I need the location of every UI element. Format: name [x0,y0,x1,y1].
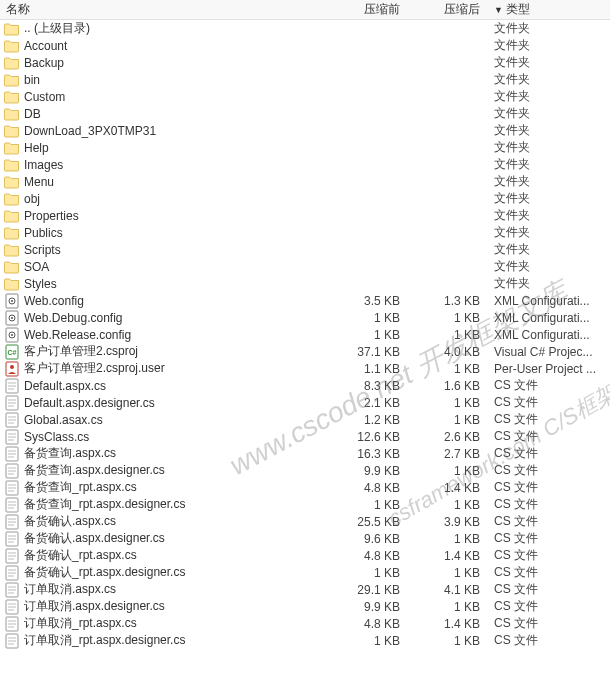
file-row[interactable]: obj文件夹 [0,190,610,207]
cs-icon [4,378,20,394]
file-row[interactable]: 订单取消_rpt.aspx.cs4.8 KB1.4 KBCS 文件 [0,615,610,632]
file-name-label: 备货确认.aspx.cs [24,513,116,530]
file-name-cell: 备货确认.aspx.cs [0,513,330,530]
file-row[interactable]: Default.aspx.cs8.3 KB1.6 KBCS 文件 [0,377,610,394]
type-cell: 文件夹 [490,105,610,122]
size-after-cell: 4.1 KB [410,583,490,597]
file-name-label: 备货确认.aspx.designer.cs [24,530,165,547]
file-row[interactable]: Global.asax.cs1.2 KB1 KBCS 文件 [0,411,610,428]
file-name-cell: 订单取消_rpt.aspx.cs [0,615,330,632]
file-name-cell: 备货查询.aspx.cs [0,445,330,462]
folder-icon [4,157,20,173]
file-row[interactable]: DownLoad_3PX0TMP31文件夹 [0,122,610,139]
file-row[interactable]: Images文件夹 [0,156,610,173]
file-row[interactable]: Web.Release.config1 KB1 KBXML Configurat… [0,326,610,343]
type-cell: 文件夹 [490,54,610,71]
file-name-label: Web.Release.config [24,328,131,342]
file-row[interactable]: 备货查询_rpt.aspx.designer.cs1 KB1 KBCS 文件 [0,496,610,513]
file-row[interactable]: 备货查询_rpt.aspx.cs4.8 KB1.4 KBCS 文件 [0,479,610,496]
file-name-label: Global.asax.cs [24,413,103,427]
cs-icon [4,582,20,598]
file-row[interactable]: Styles文件夹 [0,275,610,292]
folder-icon [4,191,20,207]
size-after-cell: 1 KB [410,498,490,512]
folder-icon [4,123,20,139]
cs-icon [4,395,20,411]
file-row[interactable]: Account文件夹 [0,37,610,54]
svg-point-5 [11,317,13,319]
file-row[interactable]: 订单取消.aspx.designer.cs9.9 KB1 KBCS 文件 [0,598,610,615]
file-row[interactable]: 备货查询.aspx.cs16.3 KB2.7 KBCS 文件 [0,445,610,462]
file-row[interactable]: Web.config3.5 KB1.3 KBXML Configurati... [0,292,610,309]
file-name-label: 客户订单管理2.csproj [24,343,138,360]
size-after-cell: 1 KB [410,464,490,478]
file-row[interactable]: Scripts文件夹 [0,241,610,258]
file-row[interactable]: Custom文件夹 [0,88,610,105]
folder-icon [4,259,20,275]
type-cell: CS 文件 [490,547,610,564]
size-before-cell: 4.8 KB [330,481,410,495]
column-header-type[interactable]: ▼类型 [490,1,610,18]
file-row[interactable]: .. (上级目录)文件夹 [0,20,610,37]
file-row[interactable]: Backup文件夹 [0,54,610,71]
file-row[interactable]: 备货确认_rpt.aspx.cs4.8 KB1.4 KBCS 文件 [0,547,610,564]
file-name-label: 客户订单管理2.csproj.user [24,360,165,377]
file-name-cell: Web.Release.config [0,327,330,343]
column-header-size-before[interactable]: 压缩前 [330,1,410,18]
size-before-cell: 37.1 KB [330,345,410,359]
type-cell: 文件夹 [490,275,610,292]
size-before-cell: 9.6 KB [330,532,410,546]
file-row[interactable]: 备货确认.aspx.cs25.5 KB3.9 KBCS 文件 [0,513,610,530]
file-row[interactable]: Menu文件夹 [0,173,610,190]
column-header-name[interactable]: 名称 [0,1,330,18]
file-row[interactable]: DB文件夹 [0,105,610,122]
file-row[interactable]: SOA文件夹 [0,258,610,275]
file-row[interactable]: Default.aspx.designer.cs2.1 KB1 KBCS 文件 [0,394,610,411]
file-name-cell: 订单取消.aspx.cs [0,581,330,598]
folder-icon [4,276,20,292]
size-after-cell: 1 KB [410,634,490,648]
type-cell: 文件夹 [490,224,610,241]
folder-icon [4,140,20,156]
file-name-cell: Scripts [0,242,330,258]
file-row[interactable]: Help文件夹 [0,139,610,156]
size-before-cell: 8.3 KB [330,379,410,393]
file-row[interactable]: SysClass.cs12.6 KB2.6 KBCS 文件 [0,428,610,445]
size-after-cell: 1 KB [410,413,490,427]
file-name-cell: 备货确认_rpt.aspx.cs [0,547,330,564]
file-row[interactable]: 订单取消_rpt.aspx.designer.cs1 KB1 KBCS 文件 [0,632,610,649]
file-row[interactable]: 订单取消.aspx.cs29.1 KB4.1 KBCS 文件 [0,581,610,598]
type-cell: CS 文件 [490,462,610,479]
file-row[interactable]: 备货查询.aspx.designer.cs9.9 KB1 KBCS 文件 [0,462,610,479]
file-row[interactable]: C#客户订单管理2.csproj37.1 KB4.0 KBVisual C# P… [0,343,610,360]
file-name-label: 备货确认_rpt.aspx.cs [24,547,137,564]
file-row[interactable]: Properties文件夹 [0,207,610,224]
file-row[interactable]: bin文件夹 [0,71,610,88]
file-name-label: Web.Debug.config [24,311,123,325]
svg-text:C#: C# [8,349,17,356]
type-cell: 文件夹 [490,88,610,105]
type-cell: CS 文件 [490,394,610,411]
size-before-cell: 3.5 KB [330,294,410,308]
size-before-cell: 1 KB [330,328,410,342]
file-name-label: 订单取消_rpt.aspx.cs [24,615,137,632]
size-after-cell: 1.3 KB [410,294,490,308]
size-after-cell: 1 KB [410,311,490,325]
file-row[interactable]: 客户订单管理2.csproj.user1.1 KB1 KBPer-User Pr… [0,360,610,377]
file-row[interactable]: 备货确认.aspx.designer.cs9.6 KB1 KBCS 文件 [0,530,610,547]
file-name-label: 备货查询_rpt.aspx.cs [24,479,137,496]
size-before-cell: 1 KB [330,566,410,580]
file-row[interactable]: 备货确认_rpt.aspx.designer.cs1 KB1 KBCS 文件 [0,564,610,581]
file-name-label: Images [24,158,63,172]
svg-point-8 [11,334,13,336]
file-name-label: 备货确认_rpt.aspx.designer.cs [24,564,185,581]
size-after-cell: 1.6 KB [410,379,490,393]
file-row[interactable]: Publics文件夹 [0,224,610,241]
file-row[interactable]: Web.Debug.config1 KB1 KBXML Configurati.… [0,309,610,326]
type-cell: 文件夹 [490,241,610,258]
file-name-label: 备货查询.aspx.designer.cs [24,462,165,479]
size-after-cell: 4.0 KB [410,345,490,359]
column-header-size-after[interactable]: 压缩后 [410,1,490,18]
type-cell: CS 文件 [490,581,610,598]
config-icon [4,310,20,326]
